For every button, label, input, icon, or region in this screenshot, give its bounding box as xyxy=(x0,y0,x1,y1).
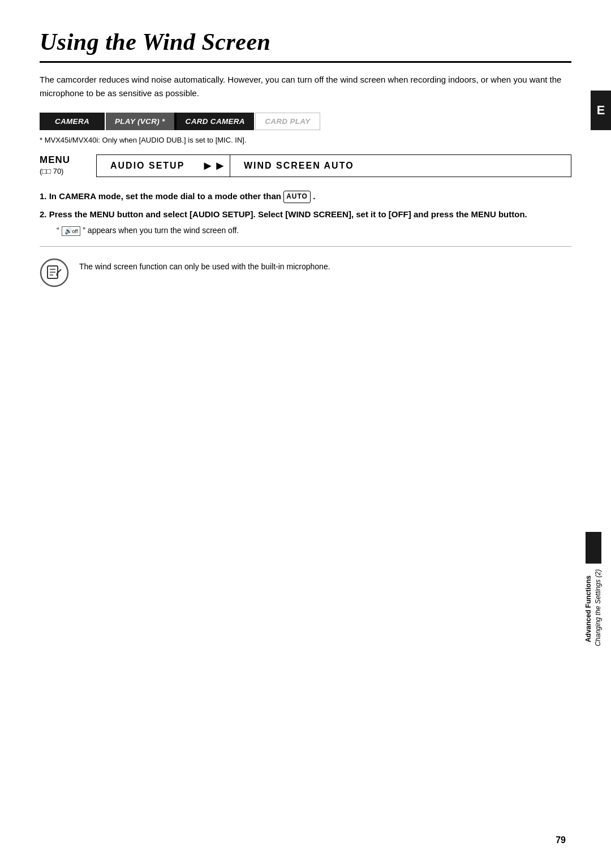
menu-page-ref: (□□ 70) xyxy=(40,167,91,175)
right-sidebar-black-bar xyxy=(586,532,601,564)
tab-camera[interactable]: CAMERA xyxy=(40,113,105,130)
windscreen-off-icon: 🔊off xyxy=(62,226,81,236)
svg-point-0 xyxy=(41,259,68,286)
right-sidebar: Advanced Functions Changing the Settings… xyxy=(584,532,603,648)
page-title: Using the Wind Screen xyxy=(40,28,571,55)
note-text: The wind screen function can only be use… xyxy=(79,257,330,273)
page-container: Using the Wind Screen The camcorder redu… xyxy=(0,0,611,868)
tab-play-vcr[interactable]: PLAY (VCR) * xyxy=(106,113,174,130)
step-1-number: 1. xyxy=(40,191,49,201)
page-number: 79 xyxy=(556,835,566,845)
step-1: 1. In CAMERA mode, set the mode dial to … xyxy=(40,190,571,203)
right-sidebar-label-italic: Changing the Settings (2) xyxy=(593,569,603,646)
right-sidebar-label-bold: Advanced Functions xyxy=(584,569,593,648)
note-section: The wind screen function can only be use… xyxy=(40,257,571,287)
e-tab: E xyxy=(591,91,611,130)
menu-section: MENU (□□ 70) AUDIO SETUP ►► WIND SCREEN … xyxy=(40,154,571,177)
step-2-note: “ 🔊off ” appears when you turn the wind … xyxy=(57,226,571,236)
step-2-text: Press the MENU button and select [AUDIO … xyxy=(49,209,527,219)
step-2-number: 2. xyxy=(40,209,49,219)
menu-audio-setup: AUDIO SETUP xyxy=(97,155,198,177)
tab-card-camera[interactable]: CARD CAMERA xyxy=(177,113,254,130)
auto-icon: AUTO xyxy=(283,191,311,203)
step-1-text: In CAMERA mode, set the mode dial to a m… xyxy=(49,191,283,201)
step-1-period: . xyxy=(313,191,315,201)
title-rule xyxy=(40,61,571,63)
note-icon xyxy=(40,258,69,287)
menu-arrow: ►► xyxy=(198,158,230,173)
tab-card-play[interactable]: CARD PLAY xyxy=(255,113,320,130)
e-label: E xyxy=(591,91,611,130)
right-sidebar-label: Advanced Functions Changing the Settings… xyxy=(584,569,603,648)
menu-label: MENU xyxy=(40,154,91,166)
steps-section: 1. In CAMERA mode, set the mode dial to … xyxy=(40,190,571,236)
menu-wind-screen: WIND SCREEN AUTO xyxy=(230,155,571,177)
intro-text: The camcorder reduces wind noise automat… xyxy=(40,73,571,100)
footnote: * MVX45i/MVX40i: Only when [AUDIO DUB.] … xyxy=(40,136,571,144)
menu-label-block: MENU (□□ 70) xyxy=(40,154,91,175)
menu-box: AUDIO SETUP ►► WIND SCREEN AUTO xyxy=(96,154,571,177)
step-2: 2. Press the MENU button and select [AUD… xyxy=(40,208,571,221)
tab-bar: CAMERA PLAY (VCR) * CARD CAMERA CARD PLA… xyxy=(40,113,571,130)
section-divider xyxy=(40,246,571,247)
